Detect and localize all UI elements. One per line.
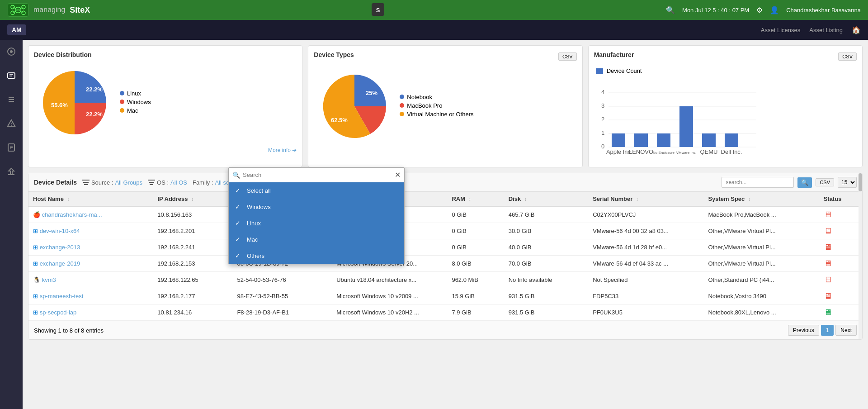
os-label: OS : <box>157 179 169 186</box>
col-serial: Serial Number ↕ <box>588 192 703 206</box>
source-label: Source : <box>91 179 113 186</box>
datetime-display: Mon Jul 12 5 : 40 : 07 PM <box>682 7 749 14</box>
os-filter: OS : All OS <box>148 179 187 186</box>
hostname-link[interactable]: chandrashekhars-ma... <box>42 211 102 218</box>
svg-text:S: S <box>376 7 380 14</box>
device-search-button[interactable]: 🔍 <box>797 177 812 188</box>
svg-rect-59 <box>150 184 153 185</box>
cell-ram: 962.0 MiB <box>447 272 504 288</box>
cell-serial: VMware-56 4d ef 04 33 ac ... <box>588 256 703 272</box>
svg-rect-14 <box>8 73 15 78</box>
svg-rect-56 <box>84 184 88 185</box>
cell-spec: MacBook Pro,MacBook ... <box>703 206 819 223</box>
svg-text:QEMU: QEMU <box>700 148 717 155</box>
device-details-header: Device Details Source : All Groups OS : … <box>28 173 862 192</box>
cell-ip: 10.81.234.16 <box>153 304 232 321</box>
cell-disk: 931.5 GiB <box>504 304 588 321</box>
source-value[interactable]: All Groups <box>115 179 142 186</box>
main-layout: Device Distribution 22.2% 22.2% 55.6% <box>0 40 868 409</box>
dropdown-item[interactable]: ✓Windows <box>229 199 404 215</box>
cell-disk: 931.5 GiB <box>504 288 588 304</box>
status-offline-led: 🖥 <box>824 259 832 268</box>
device-types-csv-button[interactable]: CSV <box>558 52 577 61</box>
svg-rect-46 <box>657 133 670 147</box>
cell-hostname: 🍎 chandrashekhars-ma... <box>28 206 153 223</box>
cell-serial: VMware-56 4d 1d 28 bf e0... <box>588 239 703 256</box>
sidebar-item-reports[interactable] <box>3 68 19 85</box>
os-apple-icon: 🍎 <box>33 211 40 218</box>
table-row: 🍎 chandrashekhars-ma... 10.8.156.163 A4-… <box>28 206 862 223</box>
hostname-link[interactable]: exchange-2019 <box>40 260 80 267</box>
more-info-link[interactable]: More info ➔ <box>34 147 297 153</box>
col-status: Status <box>819 192 862 206</box>
hostname-link[interactable]: sp-secpod-lap <box>40 309 77 316</box>
cell-os: Ubuntu v18.04 architecture x... <box>332 272 447 288</box>
svg-text:Apple Inc: Apple Inc <box>606 148 631 155</box>
scrollbar-thumb[interactable] <box>859 173 862 191</box>
table-header-right: 🔍 CSV 15 25 50 <box>722 177 857 188</box>
dropdown-item[interactable]: ✓Others <box>229 247 404 264</box>
legend-macbook-label: MacBook Pro <box>407 102 442 109</box>
table-footer: Showing 1 to 8 of 8 entries Previous 1 N… <box>28 321 862 339</box>
family-dropdown: 🔍 ✕ ✓Select all✓Windows✓Linux✓Mac✓Others <box>228 167 405 264</box>
cell-serial: Not Specified <box>588 272 703 288</box>
cell-mac: F8-28-19-D3-AF-B1 <box>232 304 332 321</box>
sidebar-item-alerts[interactable] <box>3 116 19 133</box>
table-row: 🐧 kvm3 192.168.122.65 52-54-00-53-76-76 … <box>28 272 862 288</box>
dropdown-item[interactable]: ✓Linux <box>229 215 404 231</box>
table-row: ⊞ sp-maneesh-test 192.168.2.177 98-E7-43… <box>28 288 862 304</box>
sidebar-item-files[interactable] <box>3 140 19 157</box>
dropdown-item[interactable]: ✓Select all <box>229 182 404 199</box>
checkmark-icon: ✓ <box>235 203 242 210</box>
search-icon-top[interactable]: 🔍 <box>666 6 675 14</box>
cell-hostname: ⊞ exchange-2019 <box>28 256 153 272</box>
device-details-csv-button[interactable]: CSV <box>816 178 834 186</box>
asset-listing-link[interactable]: Asset Listing <box>809 27 843 33</box>
sidebar-item-export[interactable] <box>3 164 19 181</box>
per-page-select[interactable]: 15 25 50 <box>838 177 857 188</box>
os-windows-icon: ⊞ <box>33 244 38 251</box>
checkmark-icon: ✓ <box>235 219 242 227</box>
table-row: ⊞ sp-secpod-lap 10.81.234.16 F8-28-19-D3… <box>28 304 862 321</box>
previous-button[interactable]: Previous <box>788 325 819 336</box>
manufacturer-bar-chart: Device Count 0 1 2 3 4 <box>594 66 857 162</box>
asset-licenses-link[interactable]: Asset Licenses <box>761 27 800 33</box>
username-display: Chandrashekhar Basavanna <box>786 7 861 14</box>
hostname-link[interactable]: dev-win-10-x64 <box>40 228 80 234</box>
device-types-header: Device Types CSV <box>314 51 576 62</box>
dropdown-search-input[interactable] <box>243 171 392 178</box>
hostname-link[interactable]: exchange-2013 <box>40 244 80 251</box>
managing-label: managing <box>33 6 65 14</box>
cell-status: 🖥 <box>819 256 862 272</box>
page-1-button[interactable]: 1 <box>821 325 834 336</box>
cell-ip: 192.168.122.65 <box>153 272 232 288</box>
site-name: SiteX <box>70 5 90 15</box>
cell-hostname: ⊞ exchange-2013 <box>28 239 153 256</box>
table-row: ⊞ exchange-2013 192.168.2.241 00-0C-29-2… <box>28 239 862 256</box>
cell-ip: 192.168.2.177 <box>153 288 232 304</box>
scrollbar-track[interactable] <box>859 173 862 339</box>
legend-mac-label: Mac <box>127 107 138 114</box>
legend-vm: Virtual Machine or Others <box>400 111 473 118</box>
svg-text:2: 2 <box>601 116 604 123</box>
device-search-input[interactable] <box>722 177 794 188</box>
home-icon[interactable]: 🏠 <box>852 26 861 34</box>
svg-text:3: 3 <box>601 102 604 109</box>
hostname-link[interactable]: kvm3 <box>42 276 56 283</box>
center-logo: S <box>370 1 386 19</box>
dropdown-item[interactable]: ✓Mac <box>229 231 404 247</box>
sidebar-item-list[interactable] <box>3 92 19 109</box>
manufacturer-csv-button[interactable]: CSV <box>838 52 857 61</box>
device-types-pie-chart: 25% 62.5% <box>318 70 391 143</box>
settings-icon[interactable]: ⚙ <box>756 6 763 14</box>
device-details-section: Device Details Source : All Groups OS : … <box>28 173 863 340</box>
cell-status: 🖥 <box>819 288 862 304</box>
os-value[interactable]: All OS <box>170 179 187 186</box>
sidebar-item-overview[interactable] <box>3 44 19 61</box>
user-icon[interactable]: 👤 <box>770 6 779 14</box>
dropdown-clear-icon[interactable]: ✕ <box>395 171 401 179</box>
hostname-link[interactable]: sp-maneesh-test <box>40 293 84 300</box>
dropdown-search-icon: 🔍 <box>232 171 240 179</box>
device-types-card: Device Types CSV 25% 62.5% <box>308 45 582 167</box>
next-button[interactable]: Next <box>835 325 857 336</box>
